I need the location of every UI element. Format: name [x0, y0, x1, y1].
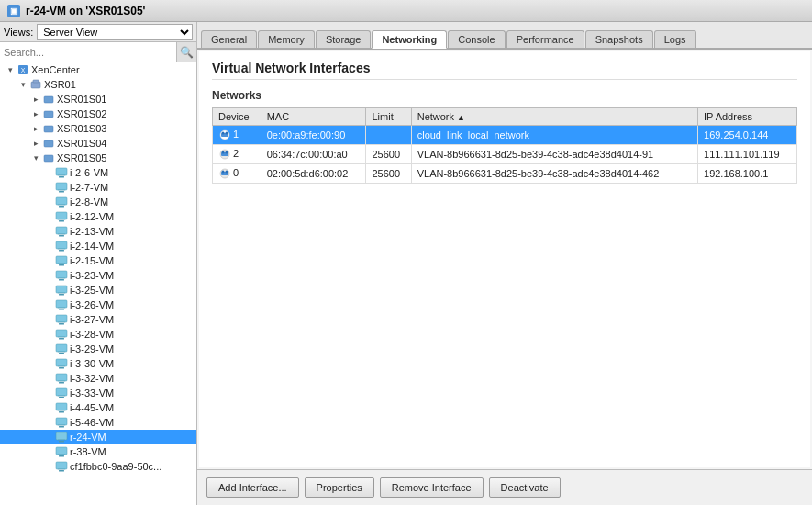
tab-performance[interactable]: Performance: [506, 30, 584, 48]
tree-item-label: XSR01S05: [57, 152, 106, 163]
tree-item-xsr01s02[interactable]: ▸XSR01S02: [0, 107, 196, 121]
table-row[interactable]: 10e:00:a9:fe:00:90cloud_link_local_netwo…: [213, 126, 797, 145]
title-icon: ▣: [7, 5, 20, 17]
tree-item-i-3-23-vm[interactable]: i-3-23-VM: [0, 268, 196, 283]
table-row[interactable]: 206:34:7c:00:00:a025600VLAN-8b966631-8d2…: [213, 145, 797, 164]
deactivate-button[interactable]: Deactivate: [489, 477, 561, 498]
tree-item-label: i-2-14-VM: [70, 241, 114, 252]
cell-mac: 06:34:7c:00:00:a0: [261, 145, 366, 164]
tree-item-label: XSR01S04: [57, 138, 106, 149]
tree-item-i-3-25-vm[interactable]: i-3-25-VM: [0, 283, 196, 297]
tree-item-xsr01s01[interactable]: ▸XSR01S01: [0, 92, 196, 107]
add-interface-button[interactable]: Add Interface...: [206, 477, 299, 498]
col-header-mac[interactable]: MAC: [261, 108, 366, 126]
tree-item-r-38-vm[interactable]: r-38-VM: [0, 444, 196, 459]
table-row[interactable]: 002:00:5d:d6:00:0225600VLAN-8b966631-8d2…: [213, 164, 797, 184]
tree-item-label: i-3-33-VM: [70, 387, 114, 398]
content-body: Virtual Network Interfaces Networks Devi…: [199, 51, 810, 467]
properties-button[interactable]: Properties: [305, 477, 374, 498]
tree-item-i-2-14-vm[interactable]: i-2-14-VM: [0, 239, 196, 253]
tree-expander: [42, 210, 55, 223]
tree-item-i-3-27-vm[interactable]: i-3-27-VM: [0, 312, 196, 327]
tab-snapshots[interactable]: Snapshots: [585, 30, 653, 48]
tree-item-cf1fbbc0[interactable]: cf1fbbc0-9aa9-50c...: [0, 459, 196, 474]
svg-point-78: [222, 152, 225, 154]
tree-item-i-4-45-vm[interactable]: i-4-45-VM: [0, 400, 196, 415]
remove-interface-button[interactable]: Remove Interface: [380, 477, 484, 498]
tree-expander: [42, 166, 55, 179]
tree-item-icon: [55, 372, 68, 385]
views-bar: Views: Server View: [0, 22, 196, 42]
svg-rect-32: [59, 279, 64, 281]
tree-item-i-2-12-vm[interactable]: i-2-12-VM: [0, 209, 196, 224]
svg-rect-47: [59, 353, 64, 354]
tree-item-xsr01s04[interactable]: ▸XSR01S04: [0, 136, 196, 151]
tree-item-r-24-vm[interactable]: r-24-VM: [0, 430, 196, 444]
svg-rect-62: [59, 426, 64, 428]
col-header-network[interactable]: Network▲: [411, 108, 697, 126]
tree-item-i-5-46-vm[interactable]: i-5-46-VM: [0, 415, 196, 430]
tree-item-icon: [55, 431, 68, 443]
views-select[interactable]: Server View: [37, 24, 193, 40]
tree-item-label: r-38-VM: [70, 446, 106, 457]
svg-rect-4: [44, 96, 53, 103]
tree-expander: [42, 254, 55, 267]
search-input[interactable]: [0, 42, 176, 62]
tree-expander: [42, 431, 55, 443]
svg-rect-68: [59, 455, 64, 457]
col-header-limit[interactable]: Limit: [366, 108, 411, 126]
tree-area: ▾XXenCenter▾XSR01▸XSR01S01▸XSR01S02▸XSR0…: [0, 62, 196, 505]
svg-rect-8: [44, 155, 53, 162]
svg-rect-59: [59, 411, 64, 413]
tree-item-label: i-3-32-VM: [70, 373, 114, 384]
cell-network: VLAN-8b966631-8d25-be39-4c38-adc4e38d401…: [411, 145, 697, 164]
tab-logs[interactable]: Logs: [654, 30, 696, 48]
tree-item-i-2-8-vm[interactable]: i-2-8-VM: [0, 195, 196, 209]
svg-rect-27: [56, 256, 67, 264]
svg-rect-44: [59, 338, 64, 340]
cell-device: 2: [213, 145, 261, 164]
tab-memory[interactable]: Memory: [258, 30, 315, 48]
col-header-device[interactable]: Device: [213, 108, 261, 126]
tree-item-i-2-7-vm[interactable]: i-2-7-VM: [0, 180, 196, 195]
col-header-ip-address[interactable]: IP Address: [698, 108, 797, 126]
tree-expander: ▸: [29, 93, 42, 106]
tree-item-icon: [55, 269, 68, 282]
tree-item-label: i-2-6-VM: [70, 167, 108, 178]
tab-storage[interactable]: Storage: [316, 30, 372, 48]
tab-networking[interactable]: Networking: [372, 30, 447, 49]
tree-item-i-2-6-vm[interactable]: i-2-6-VM: [0, 165, 196, 180]
tree-item-xsr01s03[interactable]: ▸XSR01S03: [0, 121, 196, 136]
tree-item-i-3-26-vm[interactable]: i-3-26-VM: [0, 297, 196, 312]
svg-text:X: X: [21, 67, 26, 73]
tree-item-i-3-33-vm[interactable]: i-3-33-VM: [0, 386, 196, 400]
tree-item-i-2-15-vm[interactable]: i-2-15-VM: [0, 253, 196, 268]
tree-item-xcenter[interactable]: ▾XXenCenter: [0, 62, 196, 77]
network-table: DeviceMACLimitNetwork▲IP Address 10e:00:…: [212, 107, 797, 184]
tree-item-icon: [55, 401, 68, 414]
svg-rect-29: [59, 264, 64, 266]
tree-item-xsr01s05[interactable]: ▾XSR01S05: [0, 151, 196, 165]
tree-expander: ▾: [17, 78, 29, 91]
tree-item-label: i-3-23-VM: [70, 270, 114, 281]
svg-point-82: [222, 171, 225, 174]
tab-console[interactable]: Console: [448, 30, 505, 48]
cell-ip-address: 192.168.100.1: [698, 164, 797, 184]
svg-rect-17: [59, 206, 64, 208]
views-label: Views:: [4, 27, 33, 38]
tree-item-icon: [55, 196, 68, 208]
tree-item-label: XSR01S01: [57, 94, 106, 105]
svg-rect-60: [56, 418, 67, 425]
tree-item-xsr01[interactable]: ▾XSR01: [0, 77, 196, 92]
search-button[interactable]: 🔍: [176, 42, 196, 62]
svg-rect-35: [59, 294, 64, 296]
tree-item-i-3-28-vm[interactable]: i-3-28-VM: [0, 327, 196, 342]
tree-item-i-3-32-vm[interactable]: i-3-32-VM: [0, 371, 196, 386]
tree-item-i-2-13-vm[interactable]: i-2-13-VM: [0, 224, 196, 239]
tree-item-icon: [55, 210, 68, 223]
tree-item-i-3-30-vm[interactable]: i-3-30-VM: [0, 356, 196, 371]
svg-rect-15: [56, 197, 67, 205]
tree-item-i-3-29-vm[interactable]: i-3-29-VM: [0, 342, 196, 356]
tab-general[interactable]: General: [201, 30, 257, 48]
subsection-title: Networks: [212, 89, 797, 102]
